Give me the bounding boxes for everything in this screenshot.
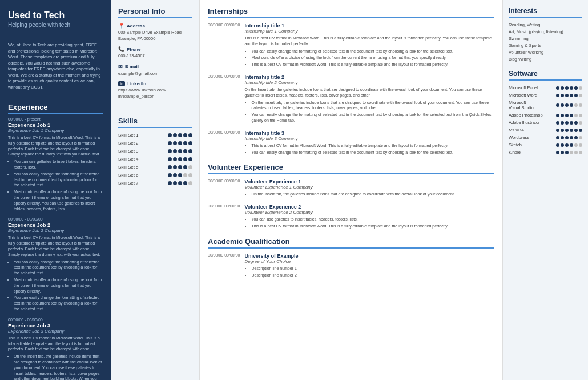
entry: 00/00/00 00/00/00 University of Example … xyxy=(208,253,494,279)
software-name: Adobe Illustrator xyxy=(509,120,556,125)
skill-dot xyxy=(173,181,177,185)
bullet-item: On the Insert tab, the galleries include… xyxy=(251,100,494,111)
software-name: Kindle xyxy=(509,150,556,155)
experience-item: 00/00/00 - 00/00/00 Experience Job 3 Exp… xyxy=(8,318,103,380)
skill-row: Skill Set 6 xyxy=(118,173,192,178)
software-dots xyxy=(556,143,582,147)
entry-header: 00/00/00 00/00/00 Internship title 1 Int… xyxy=(208,23,494,69)
entry-info: Volunteer Experience 2 Volunteer Experie… xyxy=(244,204,494,230)
linkedin-item: in LinkedIn https://www.linkedin.com/in/… xyxy=(118,81,192,99)
middle-column: Personal Info 📍 Address 000 Sample Drive… xyxy=(111,0,200,380)
software-dot xyxy=(570,143,573,147)
sidebar-header: Used to Tech Helping people with tech xyxy=(0,0,111,35)
software-dot xyxy=(561,129,564,132)
bullet-item: You can easily change the formatting of … xyxy=(14,171,103,188)
software-item: Microsoft Excel xyxy=(509,85,582,90)
internships-section: Internships 00/00/00 00/00/00 Internship… xyxy=(208,7,494,156)
linkedin-icon: in xyxy=(118,81,125,86)
skill-dot xyxy=(188,133,192,137)
skill-dots xyxy=(168,165,192,169)
software-item: Sketch xyxy=(509,142,582,147)
software-name: Microsoft Excel xyxy=(509,85,556,90)
interest-item: Art, Music (playing, listening) xyxy=(509,29,582,34)
skill-dot xyxy=(183,149,187,153)
skill-dot xyxy=(178,157,182,161)
linkedin-label: in LinkedIn xyxy=(118,81,192,86)
bullet-item: Description line number 2 xyxy=(251,273,494,278)
phone-icon: 📞 xyxy=(118,46,124,52)
bullet-item: On the Insert tab, the galleries include… xyxy=(251,191,494,197)
skill-dot xyxy=(178,133,182,137)
skill-dot xyxy=(173,133,177,137)
entry: 00/00/00 00/00/00 Internship title 3 Int… xyxy=(208,130,494,157)
skill-row: Skill Set 7 xyxy=(118,181,192,186)
software-item: Adobe Photoshop xyxy=(509,113,582,118)
entry-info: Internship title 1 Internship title 1 Co… xyxy=(244,23,494,69)
skill-dot xyxy=(178,149,182,153)
software-dot xyxy=(574,103,578,107)
entry-company: Degree of Your Choice xyxy=(244,259,494,264)
skill-dot xyxy=(183,141,187,145)
skill-dot xyxy=(183,165,187,169)
software-dot xyxy=(561,114,564,117)
bullet-item: You can easily change the formatting of … xyxy=(251,49,494,54)
entry-title: Volunteer Experience 1 xyxy=(244,179,494,185)
software-dot xyxy=(574,151,578,154)
right-sidebar: Interests Reading, WritingArt, Music (pl… xyxy=(502,0,588,380)
site-tagline: Helping people with tech xyxy=(8,22,103,28)
software-dot xyxy=(556,103,559,107)
software-dot xyxy=(556,129,559,132)
software-dot xyxy=(574,129,578,132)
entry-info: Internship title 3 Internship title 3 Co… xyxy=(244,130,494,157)
address-icon: 📍 xyxy=(118,23,124,29)
entry-info: Internship title 2 Internship title 2 Co… xyxy=(244,74,494,125)
skill-dot xyxy=(188,165,192,169)
interests-list: Reading, WritingArt, Music (playing, lis… xyxy=(509,22,582,62)
entry: 00/00/00 00/00/00 Volunteer Experience 2… xyxy=(208,204,494,230)
software-dot xyxy=(561,136,564,139)
software-dot xyxy=(561,151,564,154)
software-dot xyxy=(574,86,578,90)
entry-header: 00/00/00 00/00/00 Internship title 3 Int… xyxy=(208,130,494,157)
software-name: Adobe Photoshop xyxy=(509,113,556,118)
entry-date: 00/00/00 00/00/00 xyxy=(208,253,240,279)
bullet-item: This is a best CV format in Microsoft Wo… xyxy=(251,143,494,149)
software-dot xyxy=(579,94,582,97)
interest-item: Swimming xyxy=(509,36,582,41)
exp-desc: This is a best CV format in Microsoft Wo… xyxy=(8,335,103,352)
software-dot xyxy=(570,151,573,154)
entry-company: Internship title 3 Company xyxy=(244,136,494,141)
bullet-item: Description line number 1 xyxy=(251,266,494,271)
skill-dot xyxy=(173,173,177,177)
interest-item: Volunteer Working xyxy=(509,50,582,55)
bullet-item: Most controls offer a choice of using th… xyxy=(251,55,494,61)
entry-company: Internship title 2 Company xyxy=(244,80,494,85)
software-dot xyxy=(579,151,582,154)
bullet-item: You can easily change the formatting of … xyxy=(251,112,494,123)
email-icon: ✉ xyxy=(118,64,123,70)
software-dot xyxy=(570,94,573,97)
software-dot xyxy=(556,136,559,139)
skill-dots xyxy=(168,173,192,177)
personal-info-title: Personal Info xyxy=(118,7,192,18)
experience-item: 00/00/00 - 00/00/00 Experience Job 2 Exp… xyxy=(8,217,103,311)
software-dots xyxy=(556,94,582,97)
entry: 00/00/00 00/00/00 Internship title 2 Int… xyxy=(208,74,494,125)
entry-title: Volunteer Experience 2 xyxy=(244,204,494,210)
experience-section: Experience 00/00/00 - present Experience… xyxy=(0,97,111,380)
exp-date: 00/00/00 - present xyxy=(8,117,103,121)
entry-date: 00/00/00 00/00/00 xyxy=(208,179,240,198)
linkedin-value: https://www.linkedin.com/in/example_pers… xyxy=(118,87,192,99)
skill-dots xyxy=(168,157,192,161)
software-dot xyxy=(574,94,578,97)
skill-dot xyxy=(168,149,172,153)
interest-item: Blog Writing xyxy=(509,57,582,62)
skill-name: Skill Set 2 xyxy=(118,141,168,146)
software-dot xyxy=(570,103,573,107)
software-dot xyxy=(556,143,559,147)
software-dot xyxy=(574,114,578,117)
software-dots xyxy=(556,136,582,139)
interest-item: Gaming & Sports xyxy=(509,43,582,48)
skill-dot xyxy=(178,181,182,185)
software-dot xyxy=(565,103,569,107)
